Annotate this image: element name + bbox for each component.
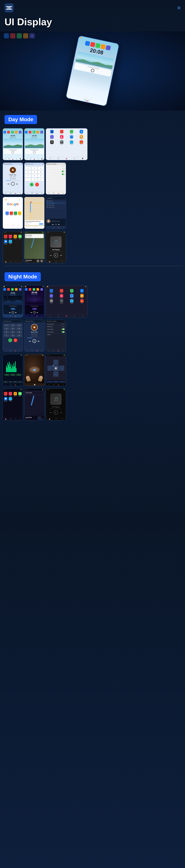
night-carplay-music: 10:03🔋 🎵 Not Playing ⏮ ▶ ⏭ 🏠🎵🗺 xyxy=(46,389,66,421)
night-apps-screen: 📶🔋 📞 Phone 🎵 Music 📍 Maps ⚙ Settings xyxy=(46,285,87,317)
zoom-in[interactable]: + xyxy=(47,381,52,383)
night-bt-settings-screen: Bluetooth_Settings ✕ Device nameCarBT De… xyxy=(46,320,66,352)
day-mode-row-2: Bluetooth_Music ✕ Music Title Music Albu… xyxy=(0,161,185,196)
center[interactable]: ⊕ xyxy=(53,381,59,383)
nav-down[interactable]: ↓ xyxy=(53,371,58,377)
menu-right-icon[interactable]: ≡ xyxy=(178,5,181,11)
night-photo-screen: 11:34🔋 🥣 ←⚪□ xyxy=(24,354,45,386)
day-carplay-nav: 10:03🔋 📍 Sunny Coffee Modern Restaurant … xyxy=(24,231,45,263)
night-carplay-nav: 10:03🔋 📍 Sunny Coffee Modern Restaurant … xyxy=(24,389,45,421)
day-map-screen: 📍 Sunny Coffee Modern Restaurant Robbers… xyxy=(24,197,45,229)
night-home-screen-1: 📶🔋 f ♪ ▶ ✉ ⚙ 20:08 Saturday, 2023 A haun… xyxy=(3,285,23,317)
night-mode-row-2: Bluetooth_Call ✕ 1 2 3 4 5 6 7 8 9 * 0 #… xyxy=(0,319,185,353)
day-bt-call-screen: Bluetooth_Call ✕ 1 2 3 4 5 6 7 8 9 * 0 #… xyxy=(24,162,45,194)
day-carplay-home: 10:16🔋 📞 Phone 🎵 Music 📻 Podcasts 🗺 Ma xyxy=(3,231,23,263)
logo-line-1 xyxy=(6,6,12,7)
day-bt-settings-screen: Bluetooth_Settings ✕ CarBT CarBT Device … xyxy=(46,162,66,194)
hero-device-screen: 📶 🔋 20:08 xyxy=(66,36,119,106)
night-bt-music-screen: Bluetooth_Music ✕ Music Title Music Albu… xyxy=(24,320,45,352)
go-button[interactable]: GO xyxy=(39,223,43,225)
nav-up[interactable]: ↑ xyxy=(53,360,58,365)
day-home-screen-1: 📶🔋 f ♪ ▷ ✉ ⚙ 20:08 Saturday, 2023 A haun… xyxy=(3,128,23,160)
zoom-out[interactable]: − xyxy=(59,381,65,383)
hero-background: f ♪ ▷ ✉ ⚙ 📶 🔋 xyxy=(0,31,185,111)
night-home-screen-2: 📶🔋 f ♪ ▶ ✉ ⚙ 20:08 Saturday, 2023 A haun… xyxy=(24,285,45,317)
day-apps-screen: 📱 Phone 🎵 Music 📍 Maps ⚙ Settings ✈ xyxy=(46,128,87,160)
bottom-spacer xyxy=(0,422,185,429)
hero-device: 📶 🔋 20:08 xyxy=(65,35,120,106)
logo-icon xyxy=(4,3,14,12)
night-not-playing: Not Playing xyxy=(52,406,60,408)
day-google-screen: 📶🔋 Google Google YouTube Maps xyxy=(3,197,23,229)
hero-section: f ♪ ▷ ✉ ⚙ 📶 🔋 xyxy=(0,31,185,111)
night-mode-row-4: 10:16🔋 📞 Phone 🎵 Music 📻 Podcasts 🗺 Ma xyxy=(0,387,185,422)
day-mode-row-1: 📶🔋 f ♪ ▷ ✉ ⚙ 20:08 Saturday, 2023 A haun… xyxy=(0,127,185,161)
nav-left[interactable]: ← xyxy=(47,366,53,371)
day-home-time-2: 20:08 xyxy=(24,134,44,137)
day-local-music-screen: LocalMusic ⋮ 华夏_传统.mp3 华夏_传统_龙.mp3 华夏_传统… xyxy=(46,197,66,229)
night-mode-row-1: 📶🔋 f ♪ ▶ ✉ ⚙ 20:08 Saturday, 2023 A haun… xyxy=(0,284,185,319)
not-playing-label: Not Playing xyxy=(52,249,60,250)
day-bt-music-screen: Bluetooth_Music ✕ Music Title Music Albu… xyxy=(3,162,23,194)
day-mode-row-4: 10:16🔋 📞 Phone 🎵 Music 📻 Podcasts 🗺 Ma xyxy=(0,230,185,264)
night-home-time-1: 20:08 xyxy=(3,291,23,294)
logo-line-3 xyxy=(6,9,12,10)
night-nav-screen: 10:03🔋 ↑ ← ⚪ → ↓ xyxy=(46,354,66,386)
logo-line-2 xyxy=(7,7,11,8)
day-mode-badge: Day Mode xyxy=(4,115,37,124)
night-bt-call-screen: Bluetooth_Call ✕ 1 2 3 4 5 6 7 8 9 * 0 #… xyxy=(3,320,23,352)
day-carplay-music: 10:03🔋 🎵 Not Playing ⏮ ▶ ⏭ 🏠🎵🗺 xyxy=(46,231,66,263)
page-title: UI Display xyxy=(0,14,185,31)
day-mode-row-3: 📶🔋 Google Google YouTube Maps xyxy=(0,196,185,230)
night-viz-screen: 11:34🔋 xyxy=(3,354,23,386)
day-home-time-1: 20:08 xyxy=(3,134,23,137)
logo-area xyxy=(4,3,14,12)
header: ≡ xyxy=(0,0,185,14)
google-logo-text: Google xyxy=(7,202,19,206)
night-carplay-home: 10:16🔋 📞 Phone 🎵 Music 📻 Podcasts 🗺 Ma xyxy=(3,389,23,421)
night-mode-divider xyxy=(3,266,182,266)
night-mode-badge: Night Mode xyxy=(4,272,41,281)
night-mode-row-3: 11:34🔋 xyxy=(0,353,185,387)
nav-right[interactable]: → xyxy=(59,366,64,371)
day-home-screen-2: 📶🔋 f ♪ ▶ ✉ ⚙ 20:08 Saturday, 2023 A haun… xyxy=(24,128,45,160)
